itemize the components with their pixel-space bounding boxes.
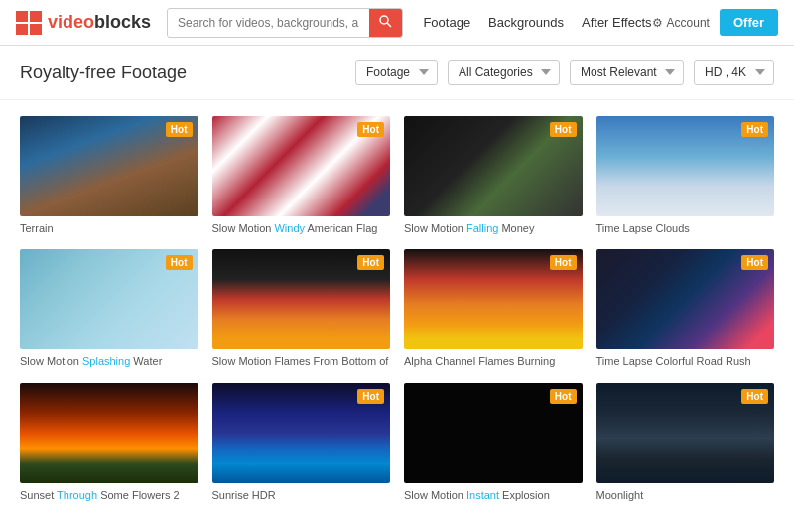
- footage-filter[interactable]: Footage: [355, 60, 438, 85]
- offer-button[interactable]: Offer: [720, 9, 778, 36]
- hot-badge: Hot: [741, 122, 768, 137]
- video-thumbnail: Hot: [20, 116, 198, 216]
- video-thumbnail: Hot: [212, 116, 391, 216]
- categories-filter[interactable]: All Categories: [448, 60, 560, 85]
- video-thumbnail: Hot: [404, 116, 583, 216]
- nav-backgrounds[interactable]: Backgrounds: [488, 15, 564, 30]
- quality-filter[interactable]: HD , 4K: [694, 60, 774, 85]
- svg-rect-0: [16, 11, 28, 22]
- video-card[interactable]: Hot Alpha Channel Flames Burning: [404, 249, 583, 368]
- logo-icon: [16, 11, 44, 35]
- video-label: Slow Motion Windy American Flag: [212, 221, 391, 235]
- search-input[interactable]: [168, 10, 369, 36]
- logo[interactable]: videoblocks: [16, 11, 151, 35]
- header: videoblocks Footage Backgrounds After Ef…: [0, 0, 794, 46]
- search-icon: [379, 15, 392, 28]
- video-thumbnail: Hot: [596, 383, 775, 483]
- video-grid: Hot Terrain Hot Slow Motion Windy Americ…: [20, 116, 774, 502]
- video-label: Slow Motion Splashing Water: [20, 354, 198, 368]
- video-card[interactable]: Sunset Through Some Flowers 2: [20, 383, 198, 502]
- video-thumbnail: [20, 383, 198, 483]
- video-label: Time Lapse Clouds: [596, 221, 775, 235]
- gear-icon: ⚙: [652, 16, 663, 30]
- video-label: Terrain: [20, 221, 198, 235]
- logo-text-blocks: blocks: [94, 12, 151, 32]
- hot-badge: Hot: [550, 122, 577, 137]
- video-thumbnail: Hot: [404, 249, 583, 349]
- hot-badge: Hot: [357, 389, 384, 404]
- video-thumbnail: Hot: [596, 249, 775, 349]
- video-label: Sunset Through Some Flowers 2: [20, 488, 198, 502]
- content: Hot Terrain Hot Slow Motion Windy Americ…: [0, 100, 794, 518]
- svg-line-5: [387, 23, 391, 27]
- logo-text-video: video: [48, 12, 94, 32]
- video-card[interactable]: Hot Slow Motion Instant Explosion: [404, 383, 583, 502]
- video-card[interactable]: Hot Moonlight: [596, 383, 775, 502]
- hot-badge: Hot: [741, 389, 768, 404]
- hot-badge: Hot: [166, 122, 193, 137]
- svg-point-4: [380, 16, 388, 24]
- video-thumbnail: Hot: [212, 249, 391, 349]
- video-thumbnail: Hot: [20, 249, 198, 349]
- search-button[interactable]: [369, 9, 402, 37]
- video-label: Slow Motion Instant Explosion: [404, 488, 583, 502]
- video-label: Slow Motion Falling Money: [404, 221, 583, 235]
- video-thumbnail: Hot: [212, 383, 391, 483]
- svg-rect-1: [30, 11, 42, 22]
- hot-badge: Hot: [357, 122, 384, 137]
- svg-rect-2: [16, 24, 28, 35]
- account-button[interactable]: ⚙ Account: [652, 16, 710, 30]
- search-bar: [167, 8, 403, 38]
- page-title: Royalty-free Footage: [20, 63, 187, 83]
- video-card[interactable]: Hot Sunrise HDR: [212, 383, 391, 502]
- hot-badge: Hot: [166, 255, 193, 270]
- svg-rect-3: [30, 24, 42, 35]
- video-label: Slow Motion Flames From Bottom of: [212, 354, 391, 368]
- main-nav: Footage Backgrounds After Effects: [423, 15, 651, 30]
- thumb-image: [20, 383, 198, 483]
- video-card[interactable]: Hot Time Lapse Clouds: [596, 116, 775, 235]
- video-label: Time Lapse Colorful Road Rush: [596, 354, 775, 368]
- account-label: Account: [667, 16, 710, 30]
- video-card[interactable]: Hot Slow Motion Falling Money: [404, 116, 583, 235]
- subheader: Royalty-free Footage Footage All Categor…: [0, 46, 794, 100]
- hot-badge: Hot: [550, 389, 577, 404]
- video-card[interactable]: Hot Slow Motion Windy American Flag: [212, 116, 391, 235]
- hot-badge: Hot: [741, 255, 768, 270]
- filters: Footage All Categories Most Relevant HD …: [355, 60, 774, 85]
- video-thumbnail: Hot: [596, 116, 775, 216]
- video-card[interactable]: Hot Slow Motion Splashing Water: [20, 249, 198, 368]
- video-thumbnail: Hot: [404, 383, 583, 483]
- nav-footage[interactable]: Footage: [423, 15, 470, 30]
- hot-badge: Hot: [357, 255, 384, 270]
- video-label: Alpha Channel Flames Burning: [404, 354, 583, 368]
- header-right: ⚙ Account Offer: [652, 9, 778, 36]
- video-card[interactable]: Hot Slow Motion Flames From Bottom of: [212, 249, 391, 368]
- video-label: Moonlight: [596, 488, 775, 502]
- nav-after-effects[interactable]: After Effects: [582, 15, 652, 30]
- logo-text: videoblocks: [48, 12, 151, 33]
- video-label: Sunrise HDR: [212, 488, 391, 502]
- video-card[interactable]: Hot Time Lapse Colorful Road Rush: [596, 249, 775, 368]
- hot-badge: Hot: [550, 255, 577, 270]
- video-card[interactable]: Hot Terrain: [20, 116, 198, 235]
- sort-filter[interactable]: Most Relevant: [570, 60, 684, 85]
